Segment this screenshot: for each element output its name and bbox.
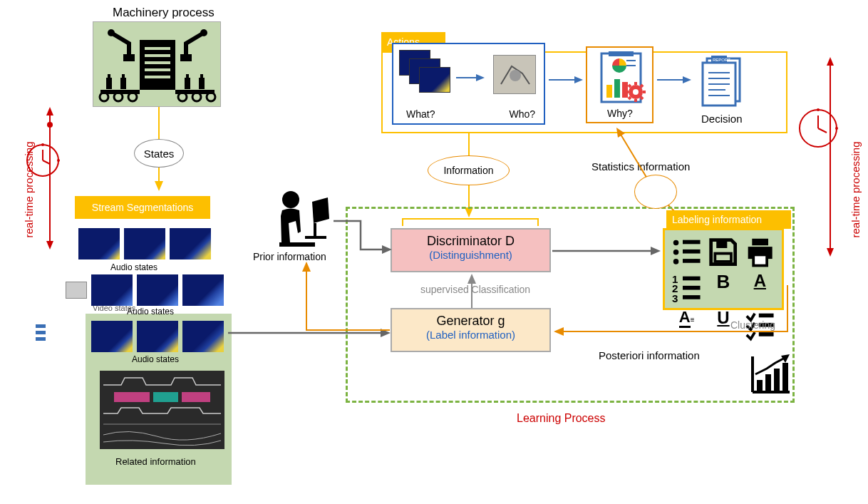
svg-rect-48: [182, 392, 210, 402]
arrow-who-why: [549, 75, 584, 85]
svg-point-54: [510, 70, 521, 81]
svg-rect-97: [717, 240, 728, 248]
report-chart-icon: [587, 48, 655, 108]
left-clock-icon: [25, 143, 61, 178]
svg-line-74: [641, 85, 643, 87]
svg-point-93: [673, 250, 679, 255]
generator-box: Generator g (Label information): [391, 308, 551, 352]
blue-dots: [36, 324, 46, 341]
svg-marker-11: [827, 248, 834, 257]
generator-sub: (Label information): [396, 329, 545, 341]
generator-title: Generator g: [396, 314, 545, 329]
svg-marker-56: [476, 74, 485, 81]
svg-text:REPORT: REPORT: [713, 58, 730, 62]
svg-rect-98: [715, 254, 732, 262]
svg-line-14: [818, 128, 827, 133]
svg-point-66: [633, 89, 639, 95]
right-clock-icon: [797, 107, 839, 150]
svg-rect-20: [180, 54, 192, 61]
svg-rect-18: [123, 54, 135, 61]
svg-rect-53: [305, 236, 326, 239]
left-axis-arrow: [43, 107, 57, 250]
svg-rect-94: [683, 250, 701, 254]
svg-rect-22: [145, 47, 170, 50]
svg-rect-33: [120, 78, 126, 89]
right-axis-arrow: [823, 57, 837, 257]
stream-seg-box: Stream Segmentations: [75, 196, 210, 219]
svg-rect-101: [753, 254, 767, 265]
svg-rect-32: [108, 74, 110, 78]
discriminator-box: Discriminator D (Distinguishment): [391, 228, 551, 272]
list-ul-icon: [671, 236, 703, 268]
machinery-box: [93, 21, 221, 107]
svg-marker-10: [827, 57, 834, 66]
svg-rect-62: [606, 85, 612, 98]
svg-point-16: [835, 127, 838, 130]
information-label: Information: [443, 165, 493, 176]
svg-marker-76: [683, 76, 691, 83]
svg-rect-52: [314, 223, 316, 237]
labeling-header-label: Labeling information: [672, 214, 762, 225]
svg-point-7: [41, 143, 44, 146]
who-label: Who?: [509, 108, 535, 120]
svg-marker-90: [467, 274, 476, 284]
states-label: States: [144, 148, 175, 160]
timeline-block: [100, 371, 224, 449]
svg-line-72: [641, 97, 643, 99]
svg-point-95: [673, 259, 679, 264]
svg-point-91: [673, 240, 679, 246]
svg-rect-103: [683, 277, 701, 281]
posteriori-label: Posteriori information: [599, 349, 700, 361]
svg-point-8: [57, 159, 60, 162]
stats-circle: [634, 175, 677, 209]
svg-rect-96: [683, 259, 701, 263]
audio-label-1: Audio states: [110, 262, 157, 272]
stream-seg-label: Stream Segmentations: [92, 202, 193, 213]
decision-label: Decision: [701, 113, 743, 125]
arrow-disc-labeling: [552, 246, 663, 256]
svg-marker-124: [554, 327, 564, 336]
information-circle: Information: [428, 155, 510, 185]
svg-rect-24: [145, 61, 170, 64]
spectro-row-3: [91, 321, 224, 352]
svg-rect-47: [153, 392, 178, 402]
svg-rect-34: [122, 74, 125, 78]
svg-rect-41: [199, 78, 205, 89]
svg-marker-58: [574, 76, 583, 83]
learning-label: Learning Process: [517, 412, 606, 425]
svg-rect-116: [782, 363, 788, 391]
svg-rect-25: [145, 68, 170, 71]
spectro-row-1: [78, 228, 211, 259]
svg-rect-26: [145, 76, 170, 78]
svg-rect-99: [752, 239, 768, 245]
why-label: Why?: [607, 108, 633, 119]
svg-rect-114: [765, 374, 771, 391]
arrow-person-disc: [334, 214, 394, 257]
svg-rect-113: [757, 380, 763, 391]
save-icon: [707, 236, 739, 268]
svg-rect-42: [200, 74, 203, 78]
svg-rect-39: [185, 78, 190, 89]
svg-marker-44: [155, 181, 163, 191]
svg-point-50: [282, 191, 299, 208]
svg-line-6: [43, 160, 50, 164]
svg-marker-120: [382, 245, 392, 254]
svg-point-3: [47, 122, 53, 128]
why-box: Why?: [586, 46, 653, 123]
video-thumb: [66, 282, 87, 299]
arrow-labeling-gen: [552, 285, 791, 339]
what-who-box: What? Who?: [392, 43, 545, 125]
decision-doc-icon: REPORT: [698, 51, 748, 108]
svg-line-71: [629, 85, 631, 87]
machinery-title: Machinery process: [113, 6, 215, 20]
person-computer-icon: [271, 189, 342, 253]
discriminator-title: Discriminator D: [396, 234, 545, 249]
labeling-header: Labeling information: [666, 210, 791, 229]
left-axis-label: real-time processing: [23, 124, 35, 238]
svg-rect-63: [614, 79, 620, 98]
arrow-gen-disc: [465, 274, 479, 309]
svg-rect-40: [186, 74, 189, 78]
audio-label-3: Audio states: [132, 354, 179, 364]
arrow-why-decision: [657, 75, 693, 85]
what-label: What?: [406, 108, 435, 120]
